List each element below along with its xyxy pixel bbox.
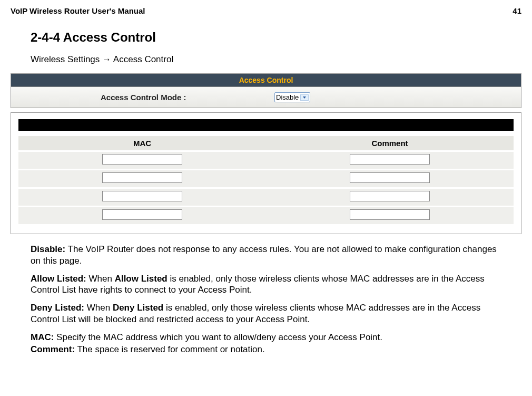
mode-select-value: Disable — [276, 93, 299, 101]
mac-input[interactable] — [102, 191, 182, 201]
def-label: Disable: — [31, 244, 65, 254]
definition-deny: Deny Listed: When Deny Listed is enabled… — [31, 302, 501, 325]
table-header-bar — [18, 119, 514, 131]
table-row — [18, 152, 514, 169]
definition-mac: MAC: Specify the MAC address which you w… — [31, 332, 501, 343]
definition-allow: Allow Listed: When Allow Listed is enabl… — [31, 273, 501, 296]
definition-disable: Disable: The VoIP Router does not respon… — [31, 244, 501, 267]
mac-input[interactable] — [102, 209, 182, 220]
mode-label: Access Control Mode : — [101, 93, 274, 102]
definition-comment: Comment: The space is reserved for comme… — [31, 344, 501, 355]
def-label: Comment: — [31, 344, 75, 354]
def-label: MAC: — [31, 332, 54, 342]
chevron-down-icon — [300, 94, 309, 101]
def-label: Deny Listed: — [31, 303, 84, 313]
access-control-panel: Access Control Access Control Mode : Dis… — [11, 73, 521, 108]
table-row — [18, 170, 514, 187]
breadcrumb-part-2: Access Control — [113, 54, 173, 64]
def-text-bold: Allow Listed — [115, 274, 168, 284]
def-text: The space is reserved for comment or not… — [75, 344, 265, 354]
manual-title: VoIP Wireless Router User's Manual — [11, 6, 145, 15]
def-text: When — [84, 303, 113, 313]
breadcrumb: Wireless Settings → Access Control — [31, 54, 501, 65]
col-header-mac: MAC — [18, 136, 266, 150]
comment-input[interactable] — [350, 154, 430, 165]
mode-select[interactable]: Disable — [274, 92, 310, 102]
comment-input[interactable] — [350, 172, 430, 183]
acl-table: MAC Comment — [18, 136, 514, 224]
def-text: The VoIP Router does not response to any… — [31, 244, 497, 266]
comment-input[interactable] — [350, 191, 430, 201]
col-header-comment: Comment — [266, 136, 514, 150]
comment-input[interactable] — [350, 209, 430, 220]
def-text: When — [86, 274, 115, 284]
table-row — [18, 207, 514, 224]
mac-input[interactable] — [102, 154, 182, 165]
page-number: 41 — [513, 6, 521, 15]
def-text-bold: Deny Listed — [113, 303, 163, 313]
section-heading: 2-4-4 Access Control — [31, 30, 501, 45]
breadcrumb-part-1: Wireless Settings — [31, 54, 100, 64]
acl-table-panel: MAC Comment — [11, 112, 521, 234]
mac-input[interactable] — [102, 172, 182, 183]
breadcrumb-arrow-icon: → — [102, 54, 111, 64]
def-text: Specify the MAC address which you want t… — [54, 332, 382, 342]
def-label: Allow Listed: — [31, 274, 86, 284]
table-row — [18, 189, 514, 206]
panel-title: Access Control — [11, 74, 521, 87]
